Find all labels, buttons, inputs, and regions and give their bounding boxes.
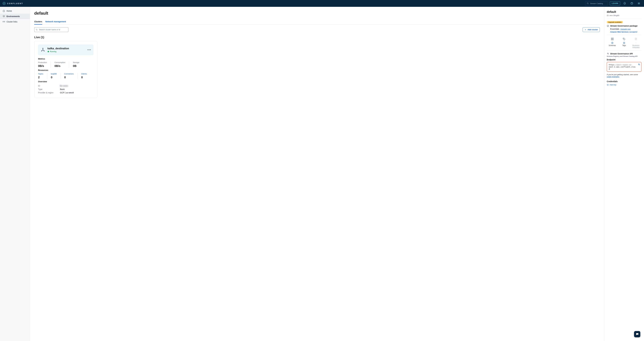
menu-button[interactable] bbox=[636, 1, 642, 6]
metric-label: Production bbox=[38, 62, 47, 64]
resource-topics[interactable]: Topics 2 bbox=[38, 73, 47, 79]
search-icon bbox=[36, 29, 38, 31]
resource-ksqldb[interactable]: ksqlDB 0 bbox=[47, 73, 60, 79]
endpoint-label: Endpoint bbox=[607, 58, 642, 61]
upgrade-chip[interactable]: Upgrade available bbox=[607, 21, 623, 23]
plan-name: Essentials bbox=[610, 28, 619, 30]
overview-row-id: ID lkc-xxxxx bbox=[38, 84, 94, 88]
svg-rect-12 bbox=[611, 39, 612, 40]
overview-row-provider: Provider & region GCP | us-west4 bbox=[38, 91, 94, 94]
overview-value: GCP | us-west4 bbox=[60, 92, 74, 94]
cluster-more-button[interactable]: ••• bbox=[88, 48, 91, 52]
env-title: default bbox=[607, 10, 642, 14]
tab-network-management[interactable]: Network management bbox=[45, 19, 66, 24]
confluent-logo-icon bbox=[2, 2, 6, 5]
svg-point-1 bbox=[587, 3, 588, 4]
metric-production: Production 0B/s bbox=[38, 62, 50, 68]
metric-value: 0B/s bbox=[38, 64, 47, 68]
resource-clients[interactable]: Clients 0 bbox=[78, 73, 91, 79]
cluster-name: kafka_destination bbox=[48, 47, 69, 50]
metrics-heading: Metrics bbox=[38, 58, 94, 60]
svg-rect-13 bbox=[612, 39, 613, 40]
svg-point-19 bbox=[608, 54, 608, 54]
svg-point-15 bbox=[624, 38, 624, 39]
help-button[interactable] bbox=[629, 1, 634, 6]
check-outline-icon bbox=[607, 25, 609, 27]
cluster-search-input[interactable] bbox=[39, 28, 67, 31]
sidebar-item-label: Cluster links bbox=[6, 20, 17, 23]
check-circle-icon bbox=[48, 51, 49, 52]
plus-circle-icon bbox=[623, 42, 625, 44]
svg-point-4 bbox=[36, 29, 37, 30]
endpoint-text-prefix: https: bbox=[609, 64, 615, 66]
svg-point-5 bbox=[43, 48, 43, 48]
svg-point-8 bbox=[48, 51, 49, 52]
plus-circle-icon bbox=[607, 84, 609, 86]
metrics: Production 0B/s Consumption 0B/s Storage… bbox=[38, 62, 94, 68]
schemas-icon bbox=[611, 38, 614, 40]
governance-package-heading: Stream Governance package bbox=[610, 25, 638, 27]
env-id: ID: env-38vg80 bbox=[607, 14, 642, 16]
tab-clusters[interactable]: Clusters bbox=[34, 19, 42, 24]
chat-fab[interactable] bbox=[634, 331, 640, 337]
help-icon bbox=[630, 2, 633, 5]
endpoint-codebox: https://psrc-xxxxx.us-east-2.aws.conflue… bbox=[607, 62, 642, 72]
metric-storage: Storage 0B bbox=[69, 62, 83, 68]
search-icon bbox=[587, 2, 589, 4]
bell-icon bbox=[623, 2, 626, 5]
top-nav: CONFLUENT LEARN bbox=[0, 0, 644, 7]
feature-row: Schemas Tags -- Business metadata bbox=[607, 37, 642, 48]
resources: Topics 2 ksqlDB 0 Connectors 0 Clients bbox=[38, 73, 94, 79]
endpoint-text-blurred: //psrc-xxxxx.us- bbox=[615, 64, 632, 66]
resource-label: ksqlDB bbox=[51, 73, 57, 75]
resource-connectors[interactable]: Connectors 0 bbox=[60, 73, 77, 79]
overview-value: lkc-xxxxx bbox=[60, 85, 68, 87]
upgrade-now-link[interactable]: Upgrade now bbox=[620, 28, 630, 30]
stream-catalog-input[interactable] bbox=[590, 2, 606, 5]
plus-icon bbox=[584, 29, 586, 31]
brand[interactable]: CONFLUENT bbox=[2, 2, 23, 5]
chat-icon bbox=[636, 332, 639, 336]
resource-value: 2 bbox=[38, 76, 43, 79]
settings-icon bbox=[607, 52, 609, 55]
cluster-card-header[interactable]: kafka_destination Running ••• bbox=[38, 44, 94, 55]
metric-value: 0B bbox=[73, 64, 80, 68]
usage-examples-link[interactable]: usage examples bbox=[607, 76, 619, 78]
sidebar-item-label: Home bbox=[6, 10, 12, 12]
link-icon bbox=[2, 20, 5, 23]
add-key-button[interactable]: Add key bbox=[607, 84, 642, 86]
hamburger-icon bbox=[638, 2, 640, 5]
svg-point-7 bbox=[44, 51, 44, 51]
resource-label: Connectors bbox=[64, 73, 74, 75]
sidebar-item-home[interactable]: Home bbox=[0, 8, 30, 14]
add-cluster-button[interactable]: Add cluster bbox=[582, 27, 600, 32]
governance-api-desc: Schema Registry and Stream Catalog API bbox=[607, 56, 642, 57]
live-heading: Live (1) bbox=[34, 36, 600, 39]
metric-consumption: Consumption 0B/s bbox=[50, 62, 69, 68]
feature-business-metadata: -- Business metadata bbox=[630, 37, 642, 48]
governance-api-title: Stream Governance API bbox=[610, 52, 633, 55]
svg-point-9 bbox=[607, 25, 609, 27]
layers-icon bbox=[2, 15, 5, 18]
metric-label: Storage bbox=[73, 62, 80, 64]
sidebar-item-environments[interactable]: Environments bbox=[0, 14, 30, 19]
stream-catalog-search[interactable] bbox=[585, 1, 608, 6]
add-key-label: Add key bbox=[610, 84, 616, 86]
overview-value: Basic bbox=[60, 88, 65, 90]
note-prefix: If you're just getting started, see some bbox=[607, 74, 638, 76]
notifications-button[interactable] bbox=[622, 1, 627, 6]
learn-button[interactable]: LEARN bbox=[610, 2, 620, 6]
disabled-indicator: -- bbox=[630, 41, 642, 44]
resource-value: 0 bbox=[81, 76, 87, 79]
feature-schemas[interactable]: Schemas bbox=[607, 37, 618, 48]
resource-label: Topics bbox=[38, 73, 43, 75]
cluster-search[interactable] bbox=[34, 27, 68, 32]
feature-tags[interactable]: Tags bbox=[618, 37, 630, 48]
resource-value: 0 bbox=[51, 76, 57, 79]
svg-rect-11 bbox=[612, 38, 613, 39]
metric-label: Consumption bbox=[54, 62, 65, 64]
plus-circle-icon bbox=[611, 42, 614, 44]
tabs: Clusters Network management bbox=[34, 19, 600, 25]
sidebar-item-cluster-links[interactable]: Cluster links bbox=[0, 19, 30, 24]
copy-endpoint-button[interactable] bbox=[638, 63, 640, 66]
